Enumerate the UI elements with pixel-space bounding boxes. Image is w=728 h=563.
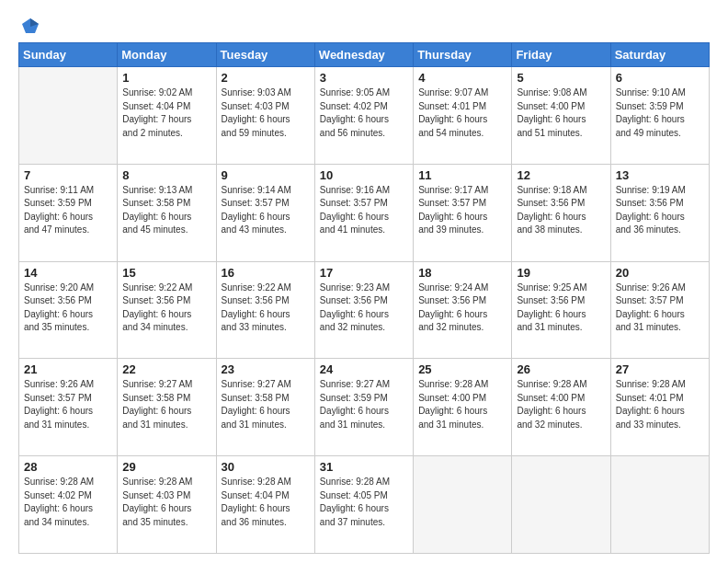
day-info: Sunrise: 9:17 AMSunset: 3:57 PMDaylight:… xyxy=(418,184,506,237)
day-number: 19 xyxy=(517,266,605,280)
calendar-week-2: 7Sunrise: 9:11 AMSunset: 3:59 PMDaylight… xyxy=(19,164,710,261)
calendar-cell: 9Sunrise: 9:14 AMSunset: 3:57 PMDaylight… xyxy=(216,164,314,261)
day-info: Sunrise: 9:28 AMSunset: 4:04 PMDaylight:… xyxy=(222,476,310,529)
day-number: 18 xyxy=(418,266,506,280)
day-info: Sunrise: 9:28 AMSunset: 4:00 PMDaylight:… xyxy=(517,378,605,431)
calendar-cell: 18Sunrise: 9:24 AMSunset: 3:56 PMDayligh… xyxy=(414,261,512,359)
day-info: Sunrise: 9:28 AMSunset: 4:00 PMDaylight:… xyxy=(418,378,506,431)
day-info: Sunrise: 9:22 AMSunset: 3:56 PMDaylight:… xyxy=(122,282,210,335)
calendar-cell: 29Sunrise: 9:28 AMSunset: 4:03 PMDayligh… xyxy=(118,456,216,554)
calendar-cell: 23Sunrise: 9:27 AMSunset: 3:58 PMDayligh… xyxy=(216,359,314,456)
day-info: Sunrise: 9:03 AMSunset: 4:03 PMDaylight:… xyxy=(222,86,310,140)
calendar-cell: 31Sunrise: 9:28 AMSunset: 4:05 PMDayligh… xyxy=(314,456,413,554)
day-info: Sunrise: 9:28 AMSunset: 4:05 PMDaylight:… xyxy=(320,476,408,529)
day-info: Sunrise: 9:28 AMSunset: 4:01 PMDaylight:… xyxy=(616,378,704,431)
day-number: 4 xyxy=(418,71,506,85)
day-number: 8 xyxy=(122,168,210,182)
calendar-cell: 2Sunrise: 9:03 AMSunset: 4:03 PMDaylight… xyxy=(216,67,314,165)
calendar-cell: 20Sunrise: 9:26 AMSunset: 3:57 PMDayligh… xyxy=(610,261,709,359)
calendar-cell: 7Sunrise: 9:11 AMSunset: 3:59 PMDaylight… xyxy=(19,164,118,261)
day-header-monday: Monday xyxy=(118,43,216,67)
calendar-cell: 21Sunrise: 9:26 AMSunset: 3:57 PMDayligh… xyxy=(19,359,118,456)
day-info: Sunrise: 9:20 AMSunset: 3:56 PMDaylight:… xyxy=(24,282,112,335)
day-number: 12 xyxy=(517,168,605,182)
calendar-cell: 17Sunrise: 9:23 AMSunset: 3:56 PMDayligh… xyxy=(314,261,413,359)
day-number: 11 xyxy=(418,168,506,182)
day-number: 7 xyxy=(24,168,112,182)
calendar-cell: 4Sunrise: 9:07 AMSunset: 4:01 PMDaylight… xyxy=(414,67,512,165)
calendar-cell: 30Sunrise: 9:28 AMSunset: 4:04 PMDayligh… xyxy=(216,456,314,554)
day-number: 26 xyxy=(517,362,605,376)
calendar-cell xyxy=(19,67,118,165)
day-header-thursday: Thursday xyxy=(414,43,512,67)
calendar-cell: 22Sunrise: 9:27 AMSunset: 3:58 PMDayligh… xyxy=(118,359,216,456)
calendar-cell: 15Sunrise: 9:22 AMSunset: 3:56 PMDayligh… xyxy=(118,261,216,359)
day-number: 21 xyxy=(24,362,112,376)
day-number: 2 xyxy=(222,71,310,85)
day-number: 1 xyxy=(122,71,210,85)
day-number: 31 xyxy=(320,460,408,474)
calendar-cell: 8Sunrise: 9:13 AMSunset: 3:58 PMDaylight… xyxy=(118,164,216,261)
calendar-cell: 27Sunrise: 9:28 AMSunset: 4:01 PMDayligh… xyxy=(610,359,709,456)
calendar-cell: 26Sunrise: 9:28 AMSunset: 4:00 PMDayligh… xyxy=(512,359,610,456)
day-info: Sunrise: 9:07 AMSunset: 4:01 PMDaylight:… xyxy=(418,86,506,140)
calendar-cell: 28Sunrise: 9:28 AMSunset: 4:02 PMDayligh… xyxy=(19,456,118,554)
calendar-cell: 24Sunrise: 9:27 AMSunset: 3:59 PMDayligh… xyxy=(314,359,413,456)
logo-flag-icon xyxy=(20,17,40,37)
calendar-cell: 12Sunrise: 9:18 AMSunset: 3:56 PMDayligh… xyxy=(512,164,610,261)
header xyxy=(18,17,710,33)
day-number: 10 xyxy=(320,168,408,182)
calendar-cell: 1Sunrise: 9:02 AMSunset: 4:04 PMDaylight… xyxy=(118,67,216,165)
day-number: 15 xyxy=(122,266,210,280)
logo xyxy=(18,17,40,33)
day-info: Sunrise: 9:27 AMSunset: 3:58 PMDaylight:… xyxy=(122,378,210,431)
calendar-cell: 10Sunrise: 9:16 AMSunset: 3:57 PMDayligh… xyxy=(314,164,413,261)
day-header-sunday: Sunday xyxy=(19,43,118,67)
day-number: 29 xyxy=(122,460,210,474)
day-info: Sunrise: 9:27 AMSunset: 3:58 PMDaylight:… xyxy=(222,378,310,431)
calendar-week-5: 28Sunrise: 9:28 AMSunset: 4:02 PMDayligh… xyxy=(19,456,710,554)
day-info: Sunrise: 9:02 AMSunset: 4:04 PMDaylight:… xyxy=(122,86,210,140)
day-number: 20 xyxy=(616,266,704,280)
day-info: Sunrise: 9:18 AMSunset: 3:56 PMDaylight:… xyxy=(517,184,605,237)
day-info: Sunrise: 9:10 AMSunset: 3:59 PMDaylight:… xyxy=(616,86,704,140)
calendar-week-3: 14Sunrise: 9:20 AMSunset: 3:56 PMDayligh… xyxy=(19,261,710,359)
day-info: Sunrise: 9:28 AMSunset: 4:02 PMDaylight:… xyxy=(24,476,112,529)
day-info: Sunrise: 9:16 AMSunset: 3:57 PMDaylight:… xyxy=(320,184,408,237)
calendar-cell xyxy=(414,456,512,554)
day-info: Sunrise: 9:22 AMSunset: 3:56 PMDaylight:… xyxy=(222,282,310,335)
day-number: 22 xyxy=(122,362,210,376)
calendar-cell: 19Sunrise: 9:25 AMSunset: 3:56 PMDayligh… xyxy=(512,261,610,359)
day-number: 13 xyxy=(616,168,704,182)
calendar-cell: 5Sunrise: 9:08 AMSunset: 4:00 PMDaylight… xyxy=(512,67,610,165)
day-info: Sunrise: 9:23 AMSunset: 3:56 PMDaylight:… xyxy=(320,282,408,335)
day-info: Sunrise: 9:25 AMSunset: 3:56 PMDaylight:… xyxy=(517,282,605,335)
day-number: 3 xyxy=(320,71,408,85)
day-number: 23 xyxy=(222,362,310,376)
calendar-cell: 16Sunrise: 9:22 AMSunset: 3:56 PMDayligh… xyxy=(216,261,314,359)
day-number: 17 xyxy=(320,266,408,280)
calendar-cell: 14Sunrise: 9:20 AMSunset: 3:56 PMDayligh… xyxy=(19,261,118,359)
day-info: Sunrise: 9:28 AMSunset: 4:03 PMDaylight:… xyxy=(122,476,210,529)
day-info: Sunrise: 9:11 AMSunset: 3:59 PMDaylight:… xyxy=(24,184,112,237)
day-header-friday: Friday xyxy=(512,43,610,67)
calendar-cell: 6Sunrise: 9:10 AMSunset: 3:59 PMDaylight… xyxy=(610,67,709,165)
calendar-cell: 25Sunrise: 9:28 AMSunset: 4:00 PMDayligh… xyxy=(414,359,512,456)
day-info: Sunrise: 9:13 AMSunset: 3:58 PMDaylight:… xyxy=(122,184,210,237)
day-info: Sunrise: 9:14 AMSunset: 3:57 PMDaylight:… xyxy=(222,184,310,237)
calendar-cell xyxy=(512,456,610,554)
day-info: Sunrise: 9:19 AMSunset: 3:56 PMDaylight:… xyxy=(616,184,704,237)
calendar-week-1: 1Sunrise: 9:02 AMSunset: 4:04 PMDaylight… xyxy=(19,67,710,165)
calendar-cell: 11Sunrise: 9:17 AMSunset: 3:57 PMDayligh… xyxy=(414,164,512,261)
calendar-week-4: 21Sunrise: 9:26 AMSunset: 3:57 PMDayligh… xyxy=(19,359,710,456)
day-number: 5 xyxy=(517,71,605,85)
calendar-table: SundayMondayTuesdayWednesdayThursdayFrid… xyxy=(18,42,710,554)
calendar-cell: 3Sunrise: 9:05 AMSunset: 4:02 PMDaylight… xyxy=(314,67,413,165)
day-info: Sunrise: 9:08 AMSunset: 4:00 PMDaylight:… xyxy=(517,86,605,140)
day-number: 9 xyxy=(222,168,310,182)
day-number: 25 xyxy=(418,362,506,376)
day-info: Sunrise: 9:26 AMSunset: 3:57 PMDaylight:… xyxy=(616,282,704,335)
day-number: 24 xyxy=(320,362,408,376)
page: SundayMondayTuesdayWednesdayThursdayFrid… xyxy=(0,0,728,563)
day-header-wednesday: Wednesday xyxy=(314,43,413,67)
